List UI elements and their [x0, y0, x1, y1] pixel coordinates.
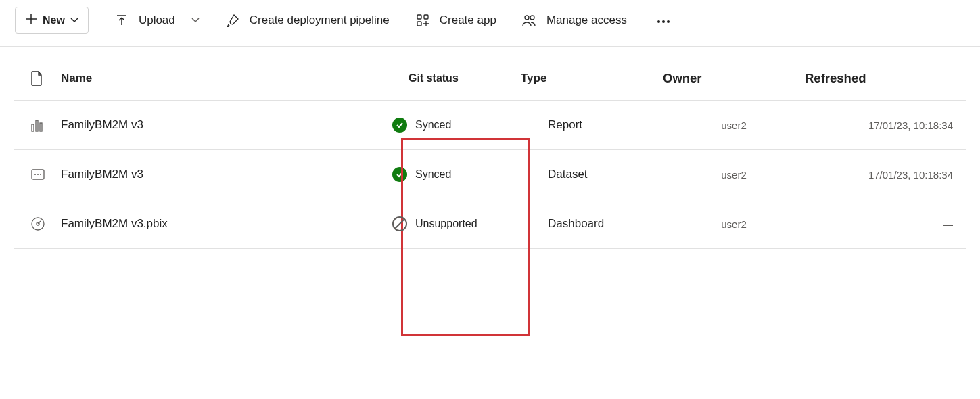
svg-point-12 — [34, 174, 36, 175]
create-app-label: Create app — [440, 14, 496, 27]
svg-rect-9 — [36, 120, 38, 131]
toolbar: New Upload Create deployment pipeline Cr… — [0, 0, 980, 47]
svg-point-7 — [667, 20, 670, 23]
svg-rect-0 — [417, 15, 421, 19]
manage-access-button[interactable]: Manage access — [522, 13, 627, 28]
check-circle-icon — [392, 167, 407, 182]
table-row[interactable]: FamilyBM2M v3.pbix Unsupported Dashboard… — [14, 200, 966, 249]
svg-point-14 — [40, 174, 41, 175]
check-circle-icon — [392, 118, 407, 133]
plus-icon — [25, 13, 37, 28]
dataset-icon — [14, 167, 61, 182]
chevron-down-icon — [191, 16, 200, 25]
dashboard-icon — [14, 216, 61, 231]
svg-point-6 — [662, 20, 665, 23]
header-icon — [14, 71, 61, 86]
item-refreshed: — — [805, 218, 966, 230]
prohibited-icon — [392, 216, 407, 231]
item-name: FamilyBM2M v3 — [61, 118, 392, 132]
item-type: Report — [521, 118, 663, 132]
item-refreshed: 17/01/23, 10:18:34 — [805, 169, 966, 181]
item-git-status: Unsupported — [392, 216, 521, 231]
upload-icon — [114, 13, 129, 28]
manage-access-label: Manage access — [546, 14, 627, 27]
git-status-label: Unsupported — [415, 218, 477, 230]
item-name: FamilyBM2M v3 — [61, 168, 392, 181]
table-row[interactable]: FamilyBM2M v3 Synced Report user2 17/01/… — [14, 101, 966, 150]
header-type[interactable]: Type — [521, 72, 663, 85]
item-refreshed: 17/01/23, 10:18:34 — [805, 120, 966, 131]
svg-rect-1 — [424, 15, 428, 19]
svg-rect-8 — [32, 124, 34, 131]
svg-point-3 — [525, 16, 529, 20]
svg-point-5 — [657, 20, 660, 23]
items-table: Name Git status Type Owner Refreshed Fam… — [0, 47, 980, 249]
item-owner: user2 — [663, 169, 805, 181]
create-pipeline-label: Create deployment pipeline — [250, 14, 390, 27]
new-button[interactable]: New — [15, 7, 89, 34]
create-pipeline-button[interactable]: Create deployment pipeline — [225, 13, 390, 28]
item-type: Dataset — [521, 168, 663, 181]
app-icon — [415, 13, 430, 28]
new-button-label: New — [43, 14, 65, 26]
table-header-row: Name Git status Type Owner Refreshed — [14, 57, 966, 101]
item-git-status: Synced — [392, 118, 521, 133]
header-owner[interactable]: Owner — [663, 71, 805, 86]
git-status-label: Synced — [415, 119, 451, 131]
svg-rect-2 — [417, 22, 421, 26]
people-icon — [522, 13, 537, 28]
svg-rect-10 — [40, 123, 42, 131]
upload-button[interactable]: Upload — [114, 13, 200, 28]
item-type: Dashboard — [521, 217, 663, 231]
create-app-button[interactable]: Create app — [415, 13, 496, 28]
upload-label: Upload — [139, 14, 175, 27]
item-git-status: Synced — [392, 167, 521, 182]
header-refreshed[interactable]: Refreshed — [805, 71, 966, 86]
header-git-status[interactable]: Git status — [392, 72, 521, 85]
table-row[interactable]: FamilyBM2M v3 Synced Dataset user2 17/01… — [14, 150, 966, 200]
svg-point-13 — [37, 174, 39, 175]
chevron-down-icon — [70, 16, 78, 25]
item-owner: user2 — [663, 218, 805, 230]
rocket-icon — [225, 13, 240, 28]
header-name[interactable]: Name — [61, 72, 392, 85]
svg-point-4 — [530, 16, 534, 20]
item-owner: user2 — [663, 120, 805, 131]
more-options-button[interactable] — [653, 10, 674, 30]
item-name: FamilyBM2M v3.pbix — [61, 217, 392, 231]
report-icon — [14, 118, 61, 133]
git-status-label: Synced — [415, 168, 451, 181]
